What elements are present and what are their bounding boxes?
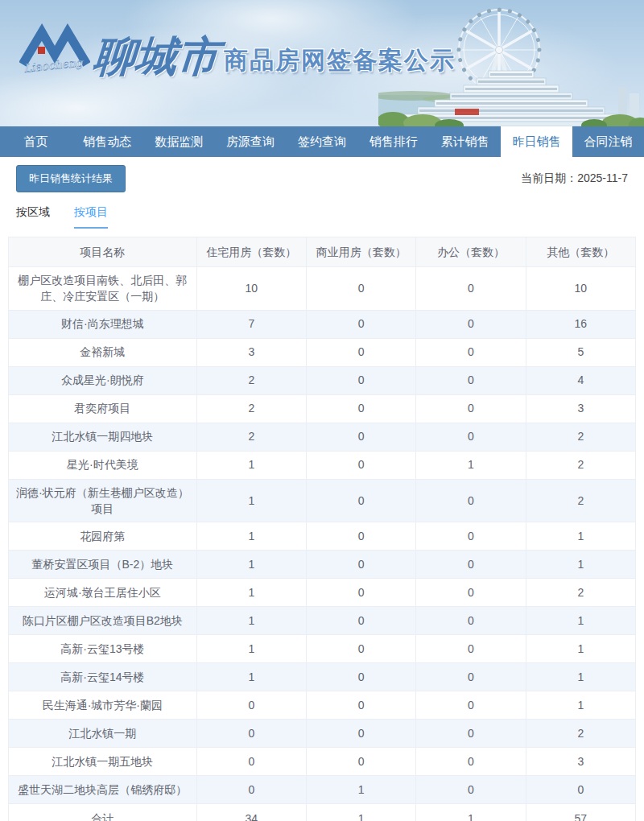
table-row: 众成星光·朗悦府 2 0 0 4 [9, 366, 636, 394]
office-cell: 0 [416, 310, 526, 338]
main-nav: 首页 销售动态 数据监测 房源查询 签约查询 销售排行 累计销售 昨日销售 合同… [0, 126, 644, 157]
other-cell: 1 [526, 691, 635, 720]
tab-by-project[interactable]: 按项目 [74, 205, 108, 229]
residential-cell: 1 [196, 551, 306, 579]
nav-item-yesterday-sales[interactable]: 昨日销售 [501, 126, 572, 157]
office-cell: 1 [416, 451, 526, 479]
commercial-cell: 0 [307, 663, 416, 691]
project-name-cell: 运河城·墩台王居住小区 [9, 579, 197, 607]
city-name: 聊城市 [92, 35, 221, 77]
other-cell: 1 [526, 522, 635, 551]
current-date: 当前日期：2025-11-7 [521, 171, 628, 186]
commercial-cell: 0 [307, 479, 416, 522]
residential-cell: 2 [196, 394, 306, 423]
commercial-cell: 0 [307, 748, 416, 776]
yesterday-sales-result-button[interactable]: 昨日销售统计结果 [16, 165, 126, 192]
tab-by-region[interactable]: 按区域 [16, 205, 50, 229]
residential-cell: 1 [196, 451, 306, 479]
table-row: 君奕府项目 2 0 0 3 [9, 394, 636, 423]
commercial-cell: 0 [307, 691, 416, 720]
brand: Liaocheng 聊城市 商品房网签备案公示 [19, 23, 456, 80]
commercial-cell: 0 [307, 720, 416, 748]
project-name-cell: 江北水镇一期四地块 [9, 423, 197, 451]
commercial-cell: 0 [307, 607, 416, 635]
commercial-cell: 0 [307, 635, 416, 663]
commercial-cell: 0 [307, 579, 416, 607]
site-header: Liaocheng 聊城市 商品房网签备案公示 [0, 0, 644, 126]
table-row: 棚户区改造项目南铁、北后田、郭庄、冷庄安置区（一期） 10 0 0 10 [9, 267, 636, 311]
project-name-cell: 金裕新城 [9, 338, 197, 366]
other-cell: 3 [526, 748, 635, 776]
residential-cell: 2 [196, 366, 306, 394]
table-row: 民生海通·城市芳华·蘭园 0 0 0 1 [9, 691, 636, 720]
city-logo-icon: Liaocheng [19, 23, 90, 80]
current-date-label: 当前日期： [521, 171, 577, 184]
office-cell: 0 [416, 607, 526, 635]
residential-cell: 0 [196, 776, 306, 804]
residential-cell: 1 [196, 522, 306, 551]
commercial-cell: 0 [307, 338, 416, 366]
nav-item-sales-dynamics[interactable]: 销售动态 [72, 126, 143, 157]
residential-cell: 1 [196, 607, 306, 635]
commercial-cell: 0 [307, 366, 416, 394]
nav-item-data-monitor[interactable]: 数据监测 [143, 126, 215, 157]
residential-cell: 1 [196, 479, 306, 522]
table-row: 陈口片区棚户区改造项目B2地块 1 0 0 1 [9, 607, 636, 635]
office-cell: 0 [416, 338, 526, 366]
project-name-cell: 棚户区改造项目南铁、北后田、郭庄、冷庄安置区（一期） [9, 267, 197, 311]
office-cell: 0 [416, 551, 526, 579]
sales-stats-table: 项目名称 住宅用房（套数） 商业用房（套数） 办公（套数） 其他（套数） 棚户区… [8, 237, 636, 821]
nav-item-listing-query[interactable]: 房源查询 [215, 126, 287, 157]
commercial-cell: 0 [307, 394, 416, 423]
current-date-value: 2025-11-7 [577, 171, 628, 184]
commercial-cell: 0 [307, 267, 416, 311]
other-cell: 16 [526, 310, 635, 338]
project-name-cell: 陈口片区棚户区改造项目B2地块 [9, 607, 197, 635]
office-cell: 0 [416, 720, 526, 748]
other-cell: 2 [526, 451, 635, 479]
table-row: 盛世天湖二地块高层（锦绣府邸） 0 1 0 0 [9, 776, 636, 804]
office-cell: 0 [416, 579, 526, 607]
other-cell: 5 [526, 338, 635, 366]
table-row: 江北水镇一期五地块 0 0 0 3 [9, 748, 636, 776]
nav-item-sales-ranking[interactable]: 销售排行 [357, 126, 429, 157]
table-row: 高新·云玺14号楼 1 0 0 1 [9, 663, 636, 691]
project-name-cell: 江北水镇一期五地块 [9, 748, 197, 776]
table-header-row: 项目名称 住宅用房（套数） 商业用房（套数） 办公（套数） 其他（套数） [9, 237, 636, 267]
other-cell: 4 [526, 366, 635, 394]
project-name-cell: 众成星光·朗悦府 [9, 366, 197, 394]
project-name-cell: 董桥安置区项目（B-2）地块 [9, 551, 197, 579]
table-row: 润德·状元府（新生巷棚户区改造）项目 1 0 0 2 [9, 479, 636, 522]
nav-item-contract-cancel[interactable]: 合同注销 [572, 126, 644, 157]
office-cell: 0 [416, 691, 526, 720]
nav-item-home[interactable]: 首页 [0, 126, 72, 157]
total-label: 合计 [9, 804, 197, 821]
table-row: 江北水镇一期四地块 2 0 0 2 [9, 423, 636, 451]
project-name-cell: 财信·尚东理想城 [9, 310, 197, 338]
toolbar: 昨日销售统计结果 当前日期：2025-11-7 [0, 157, 644, 192]
residential-cell: 7 [196, 310, 306, 338]
total-row: 合计 34 1 1 57 [9, 804, 636, 821]
office-cell: 0 [416, 366, 526, 394]
office-cell: 0 [416, 522, 526, 551]
office-cell: 0 [416, 394, 526, 423]
svg-text:Liaocheng: Liaocheng [23, 56, 85, 76]
office-cell: 0 [416, 267, 526, 311]
office-cell: 0 [416, 635, 526, 663]
residential-cell: 1 [196, 663, 306, 691]
other-cell: 10 [526, 267, 635, 311]
table-row: 财信·尚东理想城 7 0 0 16 [9, 310, 636, 338]
project-name-cell: 星光·时代美境 [9, 451, 197, 479]
nav-item-cumulative-sales[interactable]: 累计销售 [429, 126, 501, 157]
office-cell: 0 [416, 748, 526, 776]
total-office: 1 [416, 804, 526, 821]
residential-cell: 2 [196, 423, 306, 451]
other-cell: 3 [526, 394, 635, 423]
col-other-units: 其他（套数） [526, 237, 635, 267]
table-row: 江北水镇一期 0 0 0 2 [9, 720, 636, 748]
nav-item-contract-query[interactable]: 签约查询 [287, 126, 358, 157]
residential-cell: 1 [196, 635, 306, 663]
office-cell: 0 [416, 663, 526, 691]
other-cell: 2 [526, 423, 635, 451]
commercial-cell: 0 [307, 551, 416, 579]
